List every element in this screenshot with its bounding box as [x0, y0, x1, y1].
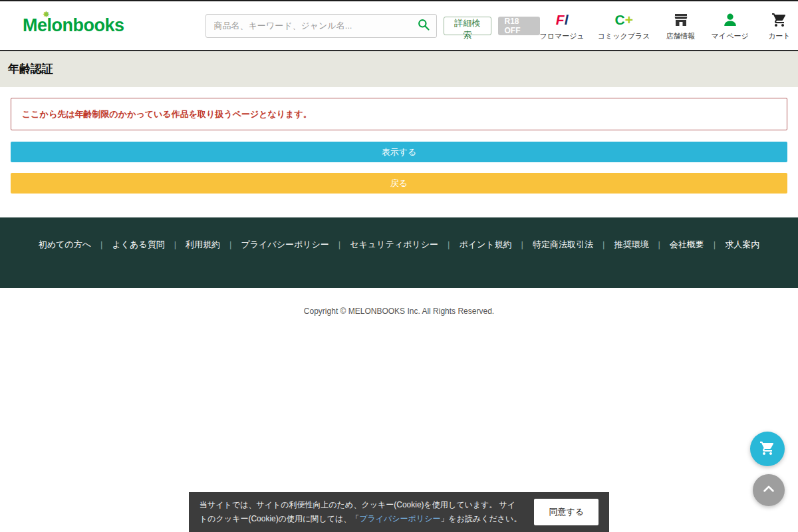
melon-burst-icon: ✸ — [43, 9, 50, 19]
age-warning-box: ここから先は年齢制限のかかっている作品を取り扱うページとなります。 — [11, 98, 787, 130]
footer-links: 初めての方へ よくある質問 利用規約 プライバシーポリシー セキュリティポリシー… — [27, 239, 771, 251]
cart-icon — [771, 11, 788, 29]
back-button[interactable]: 戻る — [11, 173, 787, 194]
search-input[interactable] — [205, 14, 438, 38]
footer-link-privacy-policy[interactable]: プライバシーポリシー — [220, 239, 329, 251]
agree-button[interactable]: 同意する — [534, 499, 598, 525]
footer-link-commercial-law[interactable]: 特定商法取引法 — [512, 239, 593, 251]
page-title: 年齢認証 — [8, 61, 790, 76]
search-button[interactable] — [412, 15, 436, 37]
logo-text: Melonbooks — [23, 15, 124, 35]
header: ✸ Melonbooks 詳細検索 R18 OFF Fl フロマージュ — [0, 1, 798, 50]
header-nav: Fl フロマージュ C+ コミックプラス 店舗情報 — [540, 11, 797, 41]
nav-item-cart[interactable]: カート — [762, 11, 797, 41]
privacy-policy-link[interactable]: プライバシーポリシー — [359, 514, 440, 523]
footer-link-terms[interactable]: 利用規約 — [165, 239, 220, 251]
nav-item-fromage[interactable]: Fl フロマージュ — [540, 11, 585, 41]
page-title-bar: 年齢認証 — [0, 50, 798, 87]
footer-link-recruit[interactable]: 求人案内 — [704, 239, 759, 251]
comic-plus-logo-icon: C+ — [614, 11, 632, 29]
search-icon — [417, 18, 430, 33]
footer-link-beginners[interactable]: 初めての方へ — [39, 239, 91, 251]
copyright-text: Copyright © MELONBOOKS Inc. All Rights R… — [0, 288, 798, 334]
store-icon — [672, 11, 690, 29]
mypage-person-icon — [722, 11, 738, 29]
footer-link-security-policy[interactable]: セキュリティポリシー — [329, 239, 438, 251]
cart-icon — [759, 440, 776, 458]
search-area: 詳細検索 R18 OFF — [205, 14, 540, 38]
melonbooks-logo[interactable]: ✸ Melonbooks — [23, 15, 124, 36]
detail-search-button[interactable]: 詳細検索 — [444, 17, 491, 35]
scroll-to-top-button[interactable] — [753, 474, 785, 506]
r18-off-badge[interactable]: R18 OFF — [498, 17, 540, 35]
cookie-banner: 当サイトでは、サイトの利便性向上のため、クッキー(Cookie)を使用しています… — [189, 492, 609, 532]
chevron-up-icon — [761, 482, 776, 499]
footer-link-point-terms[interactable]: ポイント規約 — [438, 239, 512, 251]
footer-link-faq[interactable]: よくある質問 — [91, 239, 165, 251]
floating-cart-button[interactable] — [750, 432, 785, 466]
nav-item-store-info[interactable]: 店舗情報 — [664, 11, 698, 41]
cookie-text: 当サイトでは、サイトの利便性向上のため、クッキー(Cookie)を使用しています… — [200, 498, 522, 526]
footer-link-company[interactable]: 会社概要 — [648, 239, 704, 251]
fromage-logo-icon: Fl — [556, 11, 569, 29]
footer-link-recommended-env[interactable]: 推奨環境 — [593, 239, 648, 251]
nav-item-mypage[interactable]: マイページ — [712, 11, 749, 41]
show-button[interactable]: 表示する — [11, 142, 787, 162]
main-content: ここから先は年齢制限のかかっている作品を取り扱うページとなります。 表示する 戻… — [0, 87, 798, 217]
nav-item-comic-plus[interactable]: C+ コミックプラス — [598, 11, 650, 41]
age-warning-text: ここから先は年齢制限のかかっている作品を取り扱うページとなります。 — [22, 109, 312, 119]
footer: 初めての方へ よくある質問 利用規約 プライバシーポリシー セキュリティポリシー… — [0, 217, 798, 288]
